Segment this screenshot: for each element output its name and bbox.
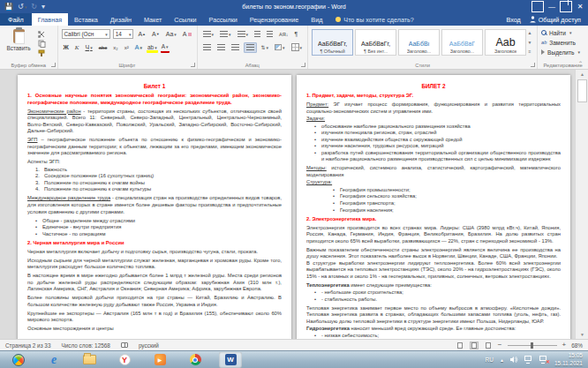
language-indicator[interactable]: русский xyxy=(139,342,159,349)
sort-icon[interactable]: АЯ↓ xyxy=(277,29,290,40)
word-count[interactable]: Число слов: 12568 xyxy=(61,342,109,349)
styles-scroll-up-icon[interactable]: ▲ xyxy=(528,30,532,35)
italic-button[interactable]: К xyxy=(73,42,81,53)
volume-icon[interactable] xyxy=(510,356,518,364)
find-button[interactable]: Найти▾ xyxy=(541,28,584,37)
zoom-in-icon[interactable]: + xyxy=(562,342,567,349)
network-icon[interactable] xyxy=(524,356,533,364)
tab-layout[interactable]: Макет xyxy=(138,13,168,26)
grow-font-icon[interactable]: А▲ xyxy=(136,29,147,40)
scroll-down-icon[interactable]: ▼ xyxy=(576,330,588,339)
scroll-up-icon[interactable]: ▲ xyxy=(576,70,588,79)
zoom-out-icon[interactable]: − xyxy=(498,342,502,349)
document-page-2[interactable]: БИЛЕТ 2 1. Предмет, задачи, методы, стру… xyxy=(297,75,570,339)
read-mode-icon[interactable] xyxy=(456,342,464,349)
scrollbar-thumb[interactable] xyxy=(577,79,587,102)
tab-home[interactable]: Главная xyxy=(32,13,68,26)
style-heading1[interactable]: АаБбВı Заголово... xyxy=(398,29,440,56)
style-normal[interactable]: АаБбВвГг, ¶ Обычный xyxy=(312,29,353,56)
underline-button[interactable]: Ч▾ xyxy=(83,42,94,53)
zoom-slider-thumb[interactable] xyxy=(531,342,533,349)
style-heading2[interactable]: АаБбВвГ Заголово... xyxy=(441,29,483,56)
strikethrough-button[interactable]: abc xyxy=(97,42,109,53)
chrome-button[interactable] xyxy=(184,352,207,368)
bullets-icon[interactable]: ▾ xyxy=(201,29,216,40)
bold-button[interactable]: Ж xyxy=(62,42,71,53)
zoom-level[interactable]: 68% xyxy=(571,342,583,349)
line-spacing-icon[interactable]: ⇅▾ xyxy=(260,42,271,53)
web-layout-icon[interactable] xyxy=(484,342,493,349)
superscript-button[interactable]: х² xyxy=(123,42,131,53)
start-button[interactable] xyxy=(7,352,30,368)
tab-view[interactable]: Вид xyxy=(305,13,328,26)
sign-in-link[interactable]: Вход xyxy=(506,16,520,24)
replace-button[interactable]: ab Заменить xyxy=(541,38,584,47)
tab-references[interactable]: Ссылки xyxy=(168,13,202,26)
multilevel-list-icon[interactable]: ▾ xyxy=(236,29,251,40)
ribbon-display-options-icon[interactable] xyxy=(531,1,544,12)
font-color-icon[interactable]: А▾ xyxy=(161,42,170,53)
vertical-scrollbar[interactable]: ▲ ▼ xyxy=(575,70,588,339)
replace-icon: ab xyxy=(541,40,547,45)
shading-icon[interactable]: ▾ xyxy=(273,42,287,53)
system-clock[interactable]: 15:05 15.11.2021 xyxy=(554,352,583,367)
print-layout-icon[interactable] xyxy=(470,342,479,349)
styles-more-icon[interactable]: ≡ xyxy=(529,49,531,54)
font-name-combo[interactable]: Calibri (Осн▾ xyxy=(62,29,110,39)
align-right-icon[interactable] xyxy=(230,42,241,53)
yandex-browser-button[interactable]: Y xyxy=(113,352,136,368)
format-painter-icon[interactable] xyxy=(37,49,47,57)
share-button[interactable]: Общий доступ xyxy=(530,16,581,24)
select-button[interactable]: Выделить▾ xyxy=(541,48,584,56)
paragraph: В настоящее время в мире ежегодно добыва… xyxy=(27,273,282,293)
align-left-icon[interactable] xyxy=(201,42,213,53)
proofing-icon[interactable] xyxy=(121,342,128,348)
borders-icon[interactable]: ▾ xyxy=(290,42,305,53)
clear-formatting-icon[interactable]: А xyxy=(181,29,193,40)
tab-file[interactable]: Файл xyxy=(0,13,32,26)
styles-scroll-down-icon[interactable]: ▼ xyxy=(528,40,532,45)
tell-me-box[interactable]: Что вы хотите сделать? xyxy=(328,13,413,26)
media-player-button[interactable]: ▶ xyxy=(148,352,171,368)
decrease-indent-icon[interactable] xyxy=(253,29,262,40)
zoom-slider[interactable] xyxy=(508,345,557,346)
tasks-list: обоснование наиболее рационального разме… xyxy=(314,124,561,163)
tab-review[interactable]: Рецензирование xyxy=(244,13,305,26)
file-explorer-button[interactable] xyxy=(78,352,101,368)
shrink-font-icon[interactable]: А▼ xyxy=(150,29,162,40)
style-no-spacing[interactable]: АаБбВвГг, ¶ Без инт... xyxy=(355,29,396,56)
restore-button[interactable] xyxy=(560,1,572,12)
align-center-icon[interactable] xyxy=(215,42,227,53)
keyboard-language[interactable]: RU xyxy=(486,357,494,363)
close-button[interactable]: ✕ xyxy=(574,1,586,12)
tab-design[interactable]: Дизайн xyxy=(104,13,138,26)
title-bar: 💾 ↺▾ ↻ ▾ билеты по эконом.географии - Wo… xyxy=(0,0,588,13)
tray-expand-icon[interactable]: ▲ xyxy=(500,357,504,363)
increase-indent-icon[interactable] xyxy=(265,29,275,40)
styles-group: АаБбВвГг, ¶ Обычный АаБбВвГг, ¶ Без инт.… xyxy=(308,26,538,69)
document-page-1[interactable]: Билет 1 1. Основные научные понятия экон… xyxy=(18,75,291,339)
tab-insert[interactable]: Вставка xyxy=(68,13,104,26)
cut-icon[interactable] xyxy=(37,30,47,38)
numbering-icon[interactable]: ▾ xyxy=(218,29,233,40)
paragraph: Крупнейшие ее экспортеры — Австралия (16… xyxy=(27,311,282,324)
highlight-color-icon[interactable]: ab▾ xyxy=(147,42,158,53)
font-size-combo[interactable]: 14▾ xyxy=(113,29,134,39)
minimize-button[interactable]: — xyxy=(546,1,558,12)
page-indicator[interactable]: Страница 2 из 33 xyxy=(5,342,50,349)
document-canvas[interactable]: Билет 1 1. Основные научные понятия экон… xyxy=(0,70,588,339)
internet-explorer-button[interactable]: e xyxy=(42,352,65,368)
style-title[interactable]: Ааb Заголовок xyxy=(485,29,526,56)
show-paragraph-marks-icon[interactable]: ¶ xyxy=(292,29,299,40)
network-error-icon[interactable]: ✕ xyxy=(539,356,548,364)
text-effects-icon[interactable]: А▾ xyxy=(133,42,144,53)
change-case-icon[interactable]: Аа▾ xyxy=(164,29,178,40)
subscript-button[interactable]: х₂ xyxy=(111,42,119,53)
tab-mailings[interactable]: Рассылки xyxy=(203,13,244,26)
collapse-ribbon-icon[interactable]: ⌃ xyxy=(578,60,583,66)
copy-icon[interactable] xyxy=(37,40,47,48)
word-taskbar-button[interactable]: W xyxy=(219,352,242,368)
paste-button[interactable]: Вставить xyxy=(4,28,34,57)
paragraph: Электроэнергия производится во всех стра… xyxy=(306,225,561,245)
justify-icon[interactable] xyxy=(244,42,257,53)
